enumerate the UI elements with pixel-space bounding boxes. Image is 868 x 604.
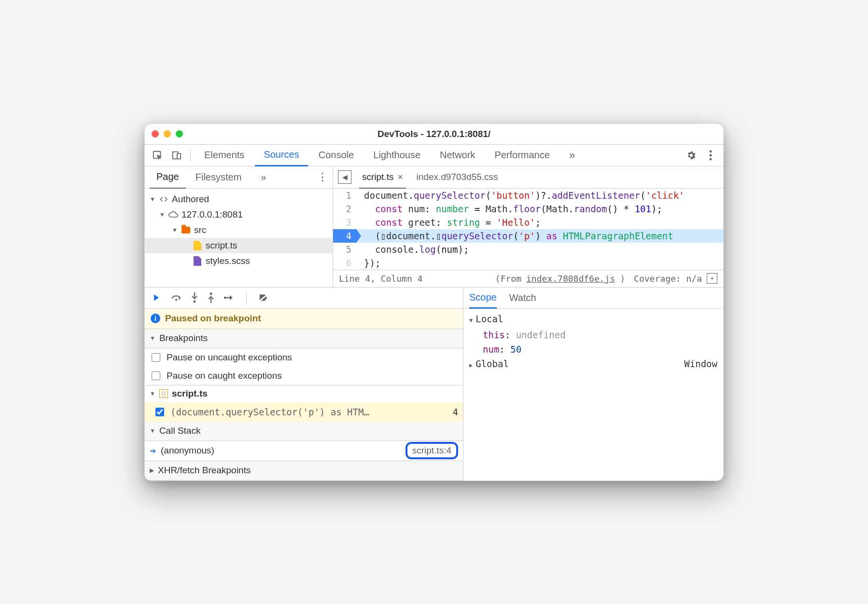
file-tree: ▼ Authored ▼ 127.0.0.1:8081 ▼ src xyxy=(145,189,333,287)
editor-nav-back-icon[interactable]: ◀ xyxy=(338,170,351,184)
tab-watch[interactable]: Watch xyxy=(509,287,536,308)
sourcemap-link[interactable]: index.7808df6e.js xyxy=(526,274,615,284)
navigator-tabs-overflow[interactable]: » xyxy=(254,166,273,188)
breakpoint-line-number: 4 xyxy=(453,407,458,417)
show-coverage-icon[interactable]: ▾ xyxy=(707,273,717,284)
sources-subheader: Page Filesystem » ⋮ ◀ script.ts × index.… xyxy=(145,166,723,189)
code-line[interactable]: 4 (▯document.▯querySelector('p') as HTML… xyxy=(333,229,723,243)
line-number[interactable]: 5 xyxy=(333,243,356,256)
code-text: const num: number = Math.floor(Math.rand… xyxy=(356,202,723,216)
code-area[interactable]: 1document.querySelector('button')?.addEv… xyxy=(333,189,723,270)
scope-global[interactable]: ▶Global Window xyxy=(469,357,717,372)
code-editor[interactable]: 1document.querySelector('button')?.addEv… xyxy=(333,189,723,287)
pause-uncaught-toggle[interactable]: Pause on uncaught exceptions xyxy=(145,348,463,367)
tab-sources[interactable]: Sources xyxy=(255,144,308,166)
editor-tab-script-ts[interactable]: script.ts × xyxy=(359,166,406,189)
editor-tabbar: ◀ script.ts × index.d9703d55.css xyxy=(333,166,723,188)
step-into-icon[interactable] xyxy=(191,292,198,303)
line-number[interactable]: 3 xyxy=(333,216,356,229)
info-icon: i xyxy=(151,314,160,323)
scope-panel: Scope Watch ▼Local this: undefined num: … xyxy=(463,288,723,480)
code-line[interactable]: 1document.querySelector('button')?.addEv… xyxy=(333,189,723,202)
code-line[interactable]: 6}); xyxy=(333,256,723,270)
kebab-menu-icon[interactable] xyxy=(702,147,719,164)
svg-point-5 xyxy=(710,158,712,160)
pause-caught-checkbox[interactable] xyxy=(152,371,160,380)
tree-host[interactable]: ▼ 127.0.0.1:8081 xyxy=(145,207,333,222)
tree-authored-root[interactable]: ▼ Authored xyxy=(145,192,333,207)
pause-uncaught-checkbox[interactable] xyxy=(152,353,160,362)
svg-point-7 xyxy=(194,301,196,303)
scope-local[interactable]: ▼Local xyxy=(469,312,717,328)
tree-label: Authored xyxy=(172,194,209,205)
code-line[interactable]: 5 console.log(num); xyxy=(333,243,723,256)
tabs-overflow-button[interactable]: » xyxy=(560,144,584,166)
navigator-tab-filesystem[interactable]: Filesystem xyxy=(189,166,249,188)
scope-num[interactable]: num: 50 xyxy=(469,342,717,357)
section-breakpoints[interactable]: ▼Breakpoints xyxy=(145,329,463,348)
navigator-kebab-icon[interactable]: ⋮ xyxy=(317,171,328,183)
close-tab-icon[interactable]: × xyxy=(397,172,403,182)
file-icon xyxy=(192,241,203,250)
step-out-icon[interactable] xyxy=(208,292,214,303)
pause-caught-toggle[interactable]: Pause on caught exceptions xyxy=(145,367,463,385)
main-tabbar: Elements Sources Console Lighthouse Netw… xyxy=(145,144,723,166)
tab-lighthouse[interactable]: Lighthouse xyxy=(364,144,429,166)
scope-global-object: Window xyxy=(684,357,717,372)
minimize-window-button[interactable] xyxy=(164,130,171,137)
line-number[interactable]: 2 xyxy=(333,202,356,216)
cursor-position: Line 4, Column 4 xyxy=(339,274,422,284)
frame-name: (anonymous) xyxy=(161,445,214,456)
tab-elements[interactable]: Elements xyxy=(196,144,253,166)
breakpoint-file-row[interactable]: ▼ ⟨⟩ script.ts xyxy=(145,385,463,402)
navigator-tab-page[interactable]: Page xyxy=(150,166,186,189)
settings-gear-icon[interactable] xyxy=(683,147,700,164)
code-line[interactable]: 3 const greet: string = 'Hello'; xyxy=(333,216,723,229)
divider xyxy=(246,292,247,303)
tab-scope[interactable]: Scope xyxy=(469,288,497,309)
step-icon[interactable] xyxy=(224,294,235,301)
callstack-frame[interactable]: ➔ (anonymous) script.ts:4 xyxy=(145,441,463,461)
debugger-pane: i Paused on breakpoint ▼Breakpoints Paus… xyxy=(145,288,723,480)
breakpoint-entry[interactable]: (document.querySelector('p') as HTM… 4 xyxy=(145,402,463,422)
tab-console[interactable]: Console xyxy=(310,144,363,166)
zoom-window-button[interactable] xyxy=(176,130,183,137)
close-window-button[interactable] xyxy=(152,130,159,137)
line-number[interactable]: 1 xyxy=(333,189,356,202)
line-number[interactable]: 6 xyxy=(333,256,356,270)
tab-network[interactable]: Network xyxy=(431,144,484,166)
svg-point-9 xyxy=(224,297,226,299)
resume-icon[interactable] xyxy=(152,293,161,302)
tree-label: 127.0.0.1:8081 xyxy=(182,209,243,220)
step-over-icon[interactable] xyxy=(171,293,182,302)
window-title: DevTools - 127.0.0.1:8081/ xyxy=(145,129,723,139)
debugger-left: i Paused on breakpoint ▼Breakpoints Paus… xyxy=(145,288,463,480)
tree-file-script-ts[interactable]: script.ts xyxy=(145,238,333,253)
scope-this[interactable]: this: undefined xyxy=(469,328,717,342)
frame-location[interactable]: script.ts:4 xyxy=(406,442,458,459)
coverage-label: Coverage: n/a xyxy=(634,274,702,284)
tree-file-styles-scss[interactable]: styles.scss xyxy=(145,253,333,269)
code-text: const greet: string = 'Hello'; xyxy=(356,216,723,229)
editor-tab-index-css[interactable]: index.d9703d55.css xyxy=(414,166,501,188)
section-xhr-breakpoints[interactable]: ▶XHR/fetch Breakpoints xyxy=(145,461,463,480)
device-toolbar-icon[interactable] xyxy=(168,147,185,164)
paused-banner: i Paused on breakpoint xyxy=(145,309,463,329)
tab-performance[interactable]: Performance xyxy=(486,144,559,166)
inspect-element-icon[interactable] xyxy=(149,147,166,164)
sourcemap-prefix: (From xyxy=(495,274,521,284)
breakpoint-checkbox[interactable] xyxy=(155,408,164,416)
tree-folder-src[interactable]: ▼ src xyxy=(145,222,333,238)
sources-content: ▼ Authored ▼ 127.0.0.1:8081 ▼ src xyxy=(145,189,723,288)
window-controls xyxy=(152,130,183,137)
section-callstack[interactable]: ▼Call Stack xyxy=(145,422,463,441)
line-number[interactable]: 4 xyxy=(333,229,356,243)
deactivate-breakpoints-icon[interactable] xyxy=(258,293,269,302)
navigator-tabs: Page Filesystem » ⋮ xyxy=(145,166,333,188)
scope-watch-tabs: Scope Watch xyxy=(463,288,723,309)
folder-icon xyxy=(181,227,191,233)
svg-point-8 xyxy=(210,293,212,295)
code-line[interactable]: 2 const num: number = Math.floor(Math.ra… xyxy=(333,202,723,216)
paused-message: Paused on breakpoint xyxy=(165,313,261,324)
svg-point-4 xyxy=(710,154,712,156)
